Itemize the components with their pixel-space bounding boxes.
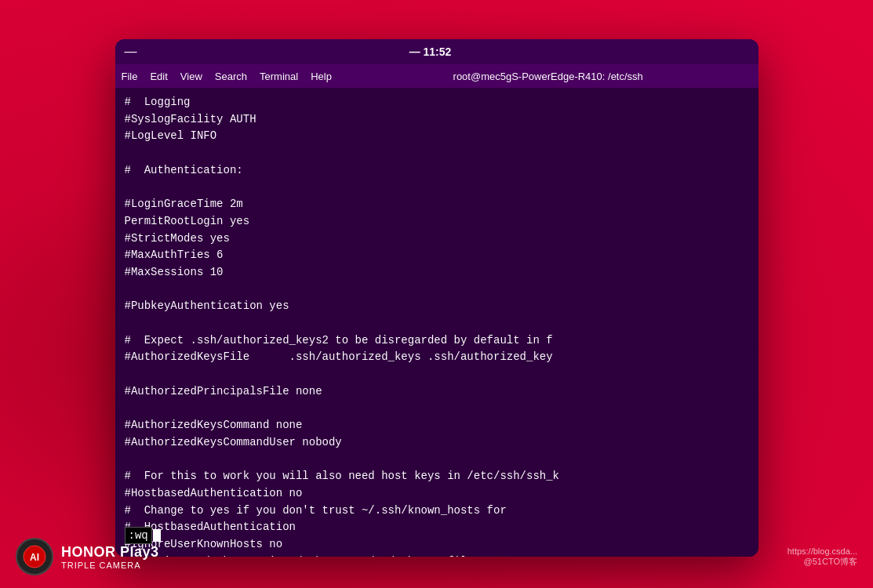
- brand-tagline: TRIPLE CAMERA: [61, 561, 159, 570]
- watermark-handle: @51CTO博客: [788, 556, 857, 568]
- brand-text: HONOR Play3 TRIPLE CAMERA: [61, 544, 159, 570]
- brand-name: HONOR Play3: [61, 544, 159, 561]
- terminal-titlebar: — — 11:52: [115, 39, 758, 64]
- brand-logo: AI HONOR Play3 TRIPLE CAMERA: [16, 538, 159, 575]
- terminal-title: root@mec5gS-PowerEdge-R410: /etc/ssh: [453, 71, 643, 82]
- watermark: https://blog.csda... @51CTO博客: [788, 546, 857, 568]
- terminal-content[interactable]: # Logging #SyslogFacility AUTH #LogLevel…: [115, 88, 758, 557]
- menu-view[interactable]: View: [180, 71, 202, 82]
- svg-text:AI: AI: [30, 552, 39, 563]
- menu-file[interactable]: File: [122, 71, 138, 82]
- watermark-url: https://blog.csda...: [788, 546, 857, 556]
- menu-edit[interactable]: Edit: [150, 71, 167, 82]
- menu-search[interactable]: Search: [215, 71, 247, 82]
- menu-help[interactable]: Help: [311, 71, 332, 82]
- terminal-window: — — 11:52 File Edit View Search Terminal…: [115, 39, 758, 557]
- terminal-time: — 11:52: [409, 45, 483, 58]
- minimize-icon[interactable]: —: [125, 45, 137, 59]
- terminal-menubar: File Edit View Search Terminal Help root…: [115, 64, 758, 88]
- bottom-bar: AI HONOR Play3 TRIPLE CAMERA https://blo…: [0, 525, 873, 588]
- menu-terminal[interactable]: Terminal: [260, 71, 298, 82]
- brand-icon: AI: [16, 538, 53, 575]
- terminal-text-output: # Logging #SyslogFacility AUTH #LogLevel…: [125, 94, 749, 557]
